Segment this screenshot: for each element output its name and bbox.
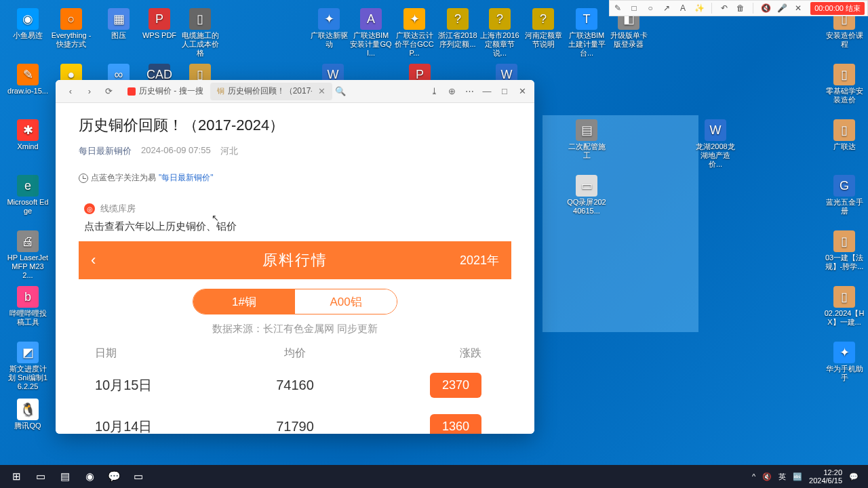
seg-aluminum[interactable]: A00铝 <box>295 289 397 314</box>
rec-tool-icon[interactable]: ✕ <box>793 3 804 14</box>
rec-tool-icon[interactable]: ○ <box>645 3 656 14</box>
rec-tool-icon[interactable]: A <box>677 3 688 14</box>
desktop-icon[interactable]: ?上海市2016定额章节说... <box>479 8 521 58</box>
desktop-icon[interactable]: ◩斯文进度计划 Sni编制16.2.25 <box>7 342 49 392</box>
desktop-icon[interactable]: PWPS PDF <box>138 8 180 40</box>
app-icon: ▯ <box>833 286 855 308</box>
article-source[interactable]: 每日最新铜价 <box>79 145 132 157</box>
desktop-icon[interactable]: 🐧腾讯QQ <box>7 399 49 430</box>
app-icon: ▭ <box>576 175 597 197</box>
tray-up[interactable]: ^ <box>752 472 755 481</box>
taskbar-clock[interactable]: 12:20 2024/6/15 <box>809 468 842 485</box>
task-app[interactable]: ▤ <box>53 467 77 486</box>
icon-label: draw.io-15... <box>7 87 48 96</box>
icon-label: Xmind <box>17 142 38 151</box>
nav-back-button[interactable]: ‹ <box>62 83 79 100</box>
desktop-icon[interactable]: eMicrosoft Edge <box>7 175 49 216</box>
brand-icon: ◎ <box>84 203 95 214</box>
tray-volume-icon[interactable]: 🔇 <box>762 472 772 481</box>
close-button[interactable]: ✕ <box>514 83 530 100</box>
desktop-icon[interactable]: ?河南定额章节说明 <box>522 8 564 49</box>
desktop-icon[interactable]: ✱Xmind <box>7 119 49 151</box>
desktop-icon[interactable]: 🖨HP LaserJet MFP M232... <box>7 230 49 281</box>
globe-button[interactable]: ⊕ <box>443 83 460 100</box>
icon-label: 二次配管施工 <box>566 142 608 160</box>
task-app[interactable]: ▭ <box>126 467 151 486</box>
app-icon: b <box>17 286 39 308</box>
app-icon: ▯ <box>189 8 211 30</box>
col-chg: 涨跌 <box>363 346 495 361</box>
desktop-icon[interactable]: ✦广联达云计价平台GCCP... <box>393 8 435 58</box>
search-button[interactable]: 🔍 <box>332 83 349 100</box>
task-wechat[interactable]: 💬 <box>102 467 126 486</box>
tab-close-button[interactable]: ✕ <box>318 86 326 96</box>
nav-reload-button[interactable]: ⟳ <box>100 83 117 100</box>
task-app[interactable]: ◉ <box>77 467 102 486</box>
cell-avg: 71790 <box>227 419 363 434</box>
rec-tool-icon[interactable]: 🎤 <box>776 3 787 14</box>
rec-tool-icon[interactable]: □ <box>629 3 639 14</box>
desktop-icon[interactable]: ▯03一建【法规】-胯学... <box>823 230 865 271</box>
desktop-icon[interactable]: ?浙江省2018序列定额... <box>437 8 479 49</box>
app-icon: ? <box>489 8 511 30</box>
icon-label: Microsoft Edge <box>7 198 49 216</box>
tab-article[interactable]: 铜 历史铜价回顾！（2017-202 ✕ <box>210 83 332 100</box>
tray-ime[interactable]: 英 <box>778 472 786 482</box>
icon-label: 哔哩哔哩投稿工具 <box>7 309 49 327</box>
more-button[interactable]: ⋯ <box>461 83 477 100</box>
icon-label: 广联达云计价平台GCCP... <box>393 31 435 58</box>
seg-copper[interactable]: 1#铜 <box>193 289 295 314</box>
record-timer[interactable]: 00:00:00 结束 <box>810 2 865 15</box>
tip-line: 点蓝色字关注为易 "每日最新铜价" <box>79 172 511 184</box>
change-badge: 1360 <box>430 414 481 434</box>
desktop-icon[interactable]: ▭QQ录屏20240615... <box>566 175 608 216</box>
desktop-icon[interactable]: W龙湖2008龙湖地产造价... <box>694 119 736 169</box>
tip-link[interactable]: "每日最新铜价" <box>159 172 214 184</box>
rec-tool-icon[interactable]: 🗑 <box>735 3 746 14</box>
col-date: 日期 <box>95 346 227 361</box>
desktop-icon[interactable]: ▯电缆施工的人工成本价格 <box>179 8 221 58</box>
task-explorer[interactable]: ▭ <box>28 467 53 486</box>
app-icon: ? <box>532 8 554 30</box>
icon-label: 蓝光五金手册 <box>823 198 865 216</box>
desktop-icon[interactable]: ▯02.2024【HX】一建... <box>823 286 865 327</box>
desktop-icon[interactable]: ▯零基础学安装造价 <box>823 64 865 104</box>
banner-back-button[interactable]: ‹ <box>91 251 96 269</box>
minimize-button[interactable]: — <box>479 83 495 100</box>
rec-tool-icon[interactable]: ↶ <box>719 3 730 14</box>
icon-label: 小鱼易连 <box>13 31 43 40</box>
tray-notification-icon[interactable]: 💬 <box>849 472 859 481</box>
change-badge: 2370 <box>430 373 481 398</box>
rec-tool-icon[interactable]: ↗ <box>661 3 672 14</box>
desktop-icon[interactable]: T广联达BIM土建计量平台... <box>566 8 608 58</box>
rec-tool-icon[interactable]: 🔇 <box>760 3 771 14</box>
desktop-icon[interactable]: ▦图压 <box>98 8 140 40</box>
desktop-icon[interactable]: ▯广联达 <box>823 119 865 151</box>
desktop-icon[interactable]: ✦华为手机助手 <box>823 342 865 382</box>
nav-forward-button[interactable]: › <box>81 83 98 100</box>
desktop-icon[interactable]: ✎draw.io-15... <box>7 64 49 96</box>
rec-tool-icon[interactable]: ✎ <box>612 3 623 14</box>
rec-tool-icon[interactable]: ✨ <box>694 3 705 14</box>
desktop-icon[interactable]: G蓝光五金手册 <box>823 175 865 216</box>
table-row[interactable]: 10月14日717901360 <box>79 406 511 434</box>
desktop-icon[interactable]: ◉小鱼易连 <box>7 8 49 40</box>
desktop-icon[interactable]: ✦广联达新驱动 <box>308 8 350 49</box>
desktop-icon[interactable]: A广联达BIM安装计量GQI... <box>350 8 392 58</box>
card-subtitle[interactable]: 点击查看六年以上历史铜价、铝价 <box>79 215 511 241</box>
tray-ime-icon[interactable]: 🔤 <box>793 472 802 481</box>
icon-label: 零基础学安装造价 <box>823 87 865 104</box>
desktop-icon[interactable]: b哔哩哔哩投稿工具 <box>7 286 49 327</box>
app-icon: ◩ <box>17 342 39 363</box>
browser-window: ‹ › ⟳ 历史铜价 - 搜一搜 铜 历史铜价回顾！（2017-202 ✕ 🔍 … <box>56 80 534 434</box>
icon-label: 龙湖2008龙湖地产造价... <box>694 142 736 169</box>
app-icon: ▤ <box>576 119 597 141</box>
desktop-icon[interactable]: ○Everything - 快捷方式 <box>50 8 92 49</box>
maximize-button[interactable]: □ <box>496 83 513 100</box>
table-row[interactable]: 10月15日741602370 <box>79 365 511 406</box>
download-button[interactable]: ⤓ <box>426 83 442 100</box>
tab-search[interactable]: 历史铜价 - 搜一搜 <box>121 83 210 100</box>
start-button[interactable]: ⊞ <box>4 467 28 486</box>
banner: ‹ 原料行情 2021年 <box>79 241 511 279</box>
desktop-icon[interactable]: ▤二次配管施工 <box>566 119 608 160</box>
